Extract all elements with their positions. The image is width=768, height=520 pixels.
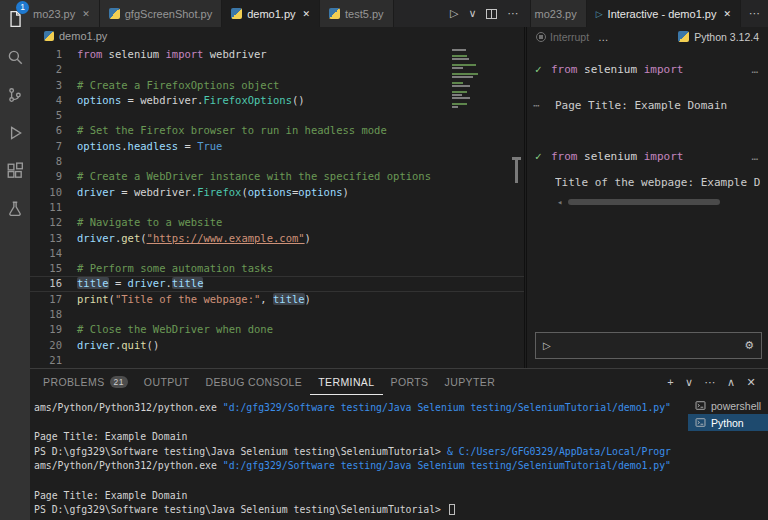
tab-mo23[interactable]: mo23.py ✕ bbox=[30, 0, 100, 27]
code-line[interactable]: 15# Perform some automation tasks bbox=[30, 261, 524, 276]
code-line[interactable]: 6# Set the Firefox browser to run in hea… bbox=[30, 123, 524, 138]
testing-icon[interactable] bbox=[0, 190, 30, 228]
code-text: options.headless = True bbox=[77, 139, 222, 154]
new-terminal-icon[interactable]: + bbox=[667, 376, 674, 388]
tab-terminal[interactable]: TERMINAL bbox=[310, 369, 382, 395]
terminal-line: Page Title: Example Domain bbox=[34, 430, 686, 445]
panel-tab-label: OUTPUT bbox=[144, 376, 190, 388]
explorer-icon[interactable]: 1 bbox=[0, 0, 30, 38]
code-line[interactable]: 11 bbox=[30, 200, 524, 215]
terminal-profile-caret-icon[interactable]: ∨ bbox=[685, 376, 693, 389]
terminal-item-powershell[interactable]: powershell bbox=[688, 397, 768, 414]
tab-demo1[interactable]: demo1.py ✕ bbox=[222, 0, 320, 27]
extensions-icon[interactable] bbox=[0, 152, 30, 190]
toolbar-more-icon[interactable]: … bbox=[598, 31, 609, 43]
tab-ports[interactable]: PORTS bbox=[383, 369, 437, 395]
run-python-file-button[interactable]: ▷ bbox=[450, 7, 458, 20]
code-text: options = webdriver.FirefoxOptions() bbox=[77, 93, 305, 108]
search-icon[interactable] bbox=[0, 38, 30, 76]
close-icon[interactable]: ✕ bbox=[303, 9, 311, 19]
code-line[interactable]: 21 bbox=[30, 353, 524, 368]
code-line[interactable]: 13driver.get("https://www.example.com") bbox=[30, 231, 524, 246]
tab-gfgscreenshot[interactable]: gfgScreenShot.py bbox=[100, 0, 222, 27]
problems-count-badge: 21 bbox=[110, 376, 128, 388]
code-line[interactable]: 12# Navigate to a website bbox=[30, 215, 524, 230]
line-number: 7 bbox=[30, 139, 77, 154]
close-icon[interactable]: ✕ bbox=[723, 9, 731, 19]
cell-success-icon: ✓ bbox=[535, 63, 551, 76]
cell-output: Title of the webpage: Example D bbox=[555, 176, 760, 189]
interactive-code-input[interactable] bbox=[558, 339, 744, 352]
panel-tab-label: JUPYTER bbox=[445, 376, 496, 388]
scrollbar-marker[interactable] bbox=[515, 157, 518, 183]
tab-label: demo1.py bbox=[247, 8, 295, 20]
scroll-left-icon[interactable]: ◂ bbox=[557, 197, 562, 207]
run-cell-icon[interactable]: ▷ bbox=[536, 340, 558, 351]
tab-problems[interactable]: PROBLEMS 21 bbox=[35, 369, 136, 395]
tab-test5[interactable]: test5.py bbox=[320, 0, 394, 27]
terminal-output[interactable]: ams/Python/Python312/python.exe "d:/gfg3… bbox=[34, 401, 686, 520]
breadcrumb[interactable]: demo1.py bbox=[30, 27, 524, 45]
code-line[interactable]: 10driver = webdriver.Firefox(options=opt… bbox=[30, 185, 524, 200]
code-line[interactable]: 5 bbox=[30, 108, 524, 123]
kernel-picker[interactable]: Python 3.12.4 bbox=[678, 31, 759, 43]
terminal-item-python[interactable]: Python bbox=[688, 414, 768, 431]
line-number: 3 bbox=[30, 78, 77, 93]
run-and-debug-icon[interactable] bbox=[0, 114, 30, 152]
cell-success-icon: ✓ bbox=[535, 150, 551, 163]
code-text: # Create a WebDriver instance with the s… bbox=[77, 169, 431, 184]
tab-jupyter[interactable]: JUPYTER bbox=[437, 369, 504, 395]
interactive-input-box[interactable]: ▷ ⚙ bbox=[535, 332, 762, 359]
split-editor-icon[interactable] bbox=[486, 9, 497, 19]
output-more-icon[interactable]: ⋯ bbox=[533, 99, 555, 112]
run-dropdown-caret-icon[interactable]: ∨ bbox=[468, 7, 476, 20]
output-hscrollbar[interactable]: ◂ bbox=[527, 197, 768, 207]
line-number: 17 bbox=[30, 292, 77, 307]
tab-mo23-right[interactable]: mo23.py bbox=[531, 0, 586, 27]
code-line[interactable]: 20driver.quit() bbox=[30, 338, 524, 353]
more-tabs-icon[interactable]: ⋯ bbox=[741, 0, 768, 27]
terminal-cursor bbox=[449, 504, 455, 515]
terminal-line: ams/Python/Python312/python.exe "d:/gfg3… bbox=[34, 401, 686, 416]
code-line[interactable]: 7options.headless = True bbox=[30, 139, 524, 154]
more-actions-icon[interactable]: ⋯ bbox=[507, 7, 518, 20]
source-control-icon[interactable] bbox=[0, 76, 30, 114]
code-line[interactable]: 8 bbox=[30, 154, 524, 169]
code-line[interactable]: 2 bbox=[30, 62, 524, 77]
terminal-line: PS D:\gfg329\Software testing\Java Selen… bbox=[34, 503, 686, 518]
cell-more-icon[interactable]: … bbox=[751, 63, 758, 76]
interrupt-button[interactable]: Interrupt bbox=[536, 31, 589, 43]
line-number: 1 bbox=[30, 47, 77, 62]
close-panel-icon[interactable]: ✕ bbox=[746, 376, 756, 389]
tab-interactive-demo1[interactable]: ▷ Interactive - demo1.py ✕ bbox=[587, 0, 741, 27]
vscode-window: 1 mo23.py ✕ gfgScreenShot.py bbox=[0, 0, 768, 520]
code-text: # Close the WebDriver when done bbox=[77, 322, 273, 337]
tab-debug-console[interactable]: DEBUG CONSOLE bbox=[197, 369, 310, 395]
cell-row[interactable]: ✓ from selenium import … bbox=[527, 147, 768, 165]
code-line[interactable]: 4options = webdriver.FirefoxOptions() bbox=[30, 93, 524, 108]
interrupt-label: Interrupt bbox=[550, 31, 589, 43]
tab-output[interactable]: OUTPUT bbox=[136, 369, 198, 395]
code-line[interactable]: 14 bbox=[30, 246, 524, 261]
code-line[interactable]: 1from selenium import webdriver bbox=[30, 47, 524, 62]
code-line[interactable]: 16title = driver.title bbox=[30, 276, 524, 291]
line-number: 21 bbox=[30, 353, 77, 368]
code-line[interactable]: 3# Create a FirefoxOptions object bbox=[30, 78, 524, 93]
code-line[interactable]: 18 bbox=[30, 307, 524, 322]
close-icon[interactable]: ✕ bbox=[82, 9, 90, 19]
activity-bar: 1 bbox=[0, 0, 30, 520]
code-editor[interactable]: 1from selenium import webdriver23# Creat… bbox=[30, 47, 524, 368]
minimap[interactable] bbox=[452, 49, 480, 112]
panel-actions: + ∨ ⋯ ∧ ✕ bbox=[667, 369, 768, 395]
hscrollbar-thumb[interactable] bbox=[568, 199, 720, 205]
gear-icon[interactable]: ⚙ bbox=[744, 339, 761, 352]
cell-more-icon[interactable]: … bbox=[751, 150, 758, 163]
cell-row[interactable]: ✓ from selenium import … bbox=[527, 60, 768, 78]
line-number: 6 bbox=[30, 123, 77, 138]
code-line[interactable]: 17print("Title of the webpage:", title) bbox=[30, 292, 524, 307]
panel-more-icon[interactable]: ⋯ bbox=[705, 376, 716, 389]
python-file-icon bbox=[109, 8, 120, 19]
maximize-panel-icon[interactable]: ∧ bbox=[727, 376, 735, 389]
code-line[interactable]: 19# Close the WebDriver when done bbox=[30, 322, 524, 337]
code-line[interactable]: 9# Create a WebDriver instance with the … bbox=[30, 169, 524, 184]
